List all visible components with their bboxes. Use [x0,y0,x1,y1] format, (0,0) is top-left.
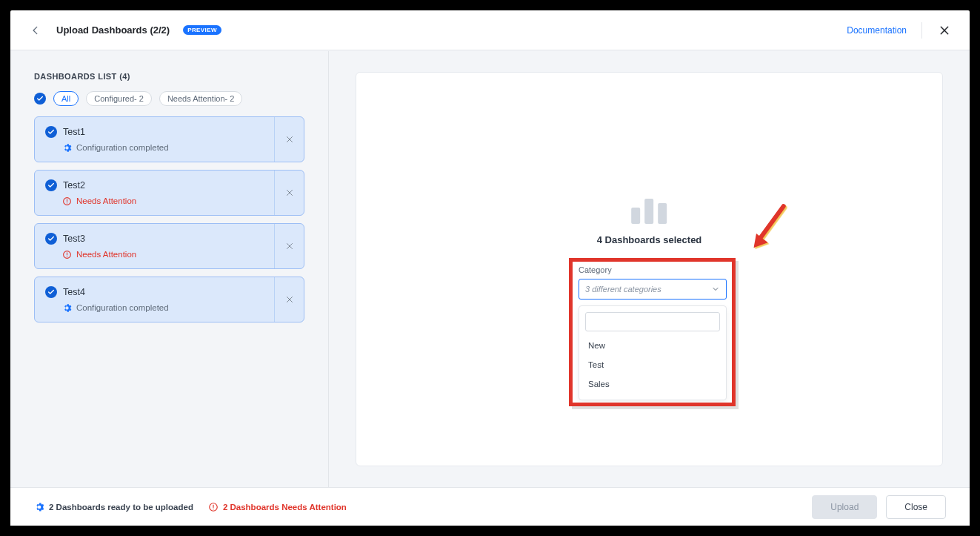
remove-item-button[interactable] [274,117,304,162]
dashboard-name: Test1 [63,127,85,137]
dashboards-list-title: DASHBOARDS LIST (4) [34,72,304,81]
svg-line-6 [759,206,784,240]
filter-configured[interactable]: Configured- 2 [86,91,152,106]
category-option[interactable]: Test [585,355,720,374]
dashboard-name: Test3 [63,234,85,244]
annotation-arrow-icon [749,202,790,254]
remove-item-button[interactable] [274,171,304,215]
dashboard-name: Test4 [63,287,85,297]
category-option[interactable]: New [585,336,720,355]
page-title: Upload Dashboards (2/2) [56,24,170,36]
svg-rect-5 [66,256,67,257]
sidebar: DASHBOARDS LIST (4) All Configured- 2 Ne… [10,51,329,487]
gear-icon [34,502,44,512]
item-checkbox[interactable] [45,126,57,138]
dashboard-icon [597,199,702,224]
close-button[interactable] [937,23,952,38]
svg-rect-9 [213,504,213,507]
svg-rect-1 [66,199,67,202]
category-placeholder: 3 different categories [585,285,661,294]
dashboard-name: Test2 [63,180,85,191]
remove-item-button[interactable] [274,277,304,322]
dashboard-item[interactable]: Test2 Needs Attention [34,170,304,216]
dashboard-item[interactable]: Test3 Needs Attention [34,223,304,269]
category-select[interactable]: 3 different categories [579,279,727,300]
selected-count: 4 Dashboards selected [597,234,702,245]
chevron-down-icon [711,285,720,294]
footer-ready-text: 2 Dashboards ready to be uploaded [49,503,193,512]
svg-rect-2 [66,202,67,203]
category-dropdown: New Test Sales [579,305,727,400]
dashboard-status: Configuration completed [76,303,169,312]
upload-button[interactable]: Upload [812,495,877,519]
item-checkbox[interactable] [45,233,57,245]
item-checkbox[interactable] [45,179,57,191]
select-all-checkbox[interactable] [34,93,46,105]
svg-marker-7 [754,234,768,248]
documentation-link[interactable]: Documentation [847,25,907,36]
dashboard-item[interactable]: Test4 Configuration completed [34,277,304,322]
dashboard-status: Configuration completed [76,143,169,152]
category-option[interactable]: Sales [585,374,720,394]
gear-icon [61,302,72,313]
remove-item-button[interactable] [274,224,304,268]
main-content: 4 Dashboards selected Category 3 differe… [329,51,970,487]
dashboard-status: Needs Attention [76,250,136,259]
gear-icon [61,142,72,153]
warning-icon [208,502,219,512]
item-checkbox[interactable] [45,286,57,298]
back-button[interactable] [28,23,43,38]
divider [921,22,922,39]
category-label: Category [579,265,727,274]
svg-rect-4 [66,252,67,255]
footer: 2 Dashboards ready to be uploaded 2 Dash… [10,487,970,526]
warning-icon [61,196,72,206]
svg-rect-10 [213,509,213,509]
preview-badge: PREVIEW [183,25,221,35]
dashboard-item[interactable]: Test1 Configuration completed [34,116,304,162]
category-search-input[interactable] [585,312,720,331]
dashboard-status: Needs Attention [76,196,136,205]
details-panel: 4 Dashboards selected Category 3 differe… [356,72,943,466]
close-footer-button[interactable]: Close [886,495,946,519]
filter-all[interactable]: All [53,91,79,106]
header: Upload Dashboards (2/2) PREVIEW Document… [10,10,970,50]
footer-warn-text: 2 Dashboards Needs Attention [223,503,347,512]
warning-icon [61,249,72,259]
filter-needs-attention[interactable]: Needs Attention- 2 [159,91,243,106]
